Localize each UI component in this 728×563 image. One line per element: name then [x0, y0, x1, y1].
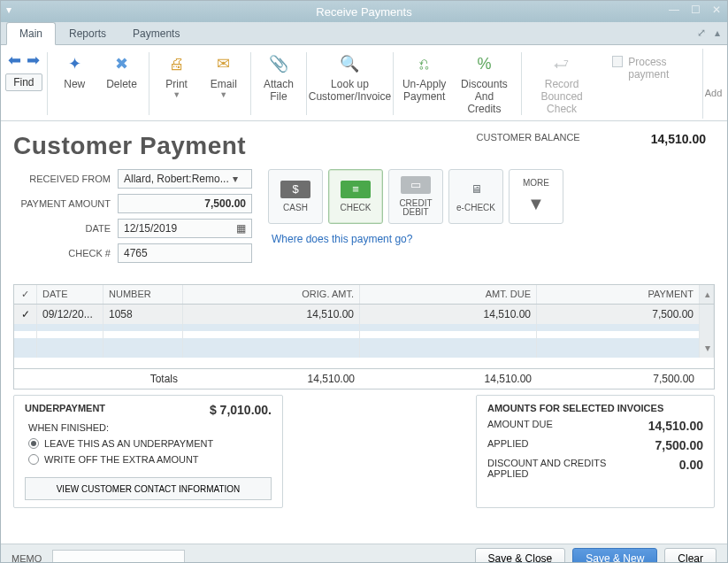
discounts-button[interactable]: % Discounts And Credits: [451, 49, 517, 119]
applied-value: 7,500.00: [655, 438, 704, 452]
chevron-down-icon: ▼: [172, 90, 180, 99]
table-row[interactable]: [14, 324, 714, 331]
window-menu-icon[interactable]: ▾: [6, 4, 11, 16]
selected-title: AMOUNTS FOR SELECTED INVOICES: [487, 403, 663, 413]
minimize-icon[interactable]: —: [667, 3, 681, 17]
title-bar: ▾ Receive Payments — ☐ ✕: [1, 1, 727, 22]
underpayment-amount: $ 7,010.00.: [210, 403, 272, 417]
record-bounced-button: ⮐ Record Bounced Check: [525, 49, 598, 119]
chevron-down-icon: ▾: [233, 173, 238, 185]
lookup-button[interactable]: 🔍 Look up Customer/Invoice: [310, 49, 389, 119]
radio-icon: [28, 438, 39, 449]
prev-arrow-icon[interactable]: ⬅: [8, 50, 21, 70]
delete-button[interactable]: ✖ Delete: [98, 49, 145, 119]
print-button[interactable]: 🖨 Print ▼: [153, 49, 200, 119]
opt-leave-underpayment[interactable]: LEAVE THIS AS AN UNDERPAYMENT: [28, 438, 272, 449]
tab-main[interactable]: Main: [6, 22, 56, 45]
radio-icon: [28, 454, 39, 465]
lookup-icon: 🔍: [338, 52, 361, 75]
delete-icon: ✖: [110, 52, 133, 75]
discount-icon: %: [472, 52, 495, 75]
ribbon-tabs: Main Reports Payments ⤢ ▴: [1, 22, 727, 45]
expand-icon[interactable]: ⤢: [697, 27, 706, 39]
col-orig-amt[interactable]: ORIG. AMT.: [183, 285, 360, 304]
opt-write-off[interactable]: WRITE OFF THE EXTRA AMOUNT: [28, 454, 272, 465]
echeck-icon: 🖥: [461, 181, 491, 198]
credit-card-icon: ▭: [401, 176, 431, 194]
email-button[interactable]: ✉ Email ▼: [200, 49, 247, 119]
pm-echeck[interactable]: 🖥 e-CHECK: [448, 169, 503, 224]
received-from-select[interactable]: Allard, Robert:Remo... ▾: [118, 169, 252, 189]
table-totals: Totals 14,510.00 14,510.00 7,500.00: [14, 368, 714, 389]
paperclip-icon: 📎: [267, 52, 290, 75]
calendar-icon[interactable]: ▦: [236, 222, 246, 235]
discount-label: DISCOUNT AND CREDITS APPLIED: [487, 458, 606, 479]
underpayment-title: UNDERPAYMENT: [25, 403, 105, 417]
save-new-button[interactable]: Save & New: [572, 548, 657, 564]
table-row[interactable]: ✓ 09/12/20... 1058 14,510.00 14,510.00 7…: [14, 305, 714, 324]
attach-file-button[interactable]: 📎 Attach File: [255, 49, 302, 119]
check-icon: ≡: [341, 181, 371, 198]
customer-balance-label: CUSTOMER BALANCE: [477, 132, 580, 146]
main-content: CUSTOMER BALANCE 14,510.00 Customer Paym…: [1, 121, 727, 544]
print-icon: 🖨: [165, 52, 188, 75]
email-icon: ✉: [212, 52, 235, 75]
new-button[interactable]: ✦ New: [51, 49, 98, 119]
view-contact-button[interactable]: VIEW CUSTOMER CONTACT INFORMATION: [25, 477, 272, 500]
col-number[interactable]: NUMBER: [103, 285, 183, 304]
pm-cash[interactable]: $ CASH: [268, 169, 323, 224]
chevron-down-icon: ▼: [219, 90, 227, 99]
add-time-button[interactable]: Add: [702, 49, 724, 119]
where-payment-link[interactable]: Where does this payment go?: [272, 233, 563, 245]
bounced-check-icon: ⮐: [550, 52, 573, 75]
unapply-icon: ⎌: [413, 52, 436, 75]
collapse-ribbon-icon[interactable]: ▴: [715, 27, 720, 39]
pm-check[interactable]: ≡ CHECK: [328, 169, 383, 224]
memo-label: MEMO: [11, 553, 42, 564]
process-payment-check[interactable]: Process payment: [612, 49, 702, 119]
pm-credit[interactable]: ▭ CREDIT DEBIT: [388, 169, 443, 224]
payment-amount-label: PAYMENT AMOUNT: [13, 198, 111, 209]
selected-invoices-panel: AMOUNTS FOR SELECTED INVOICES AMOUNT DUE…: [476, 395, 715, 508]
tab-reports[interactable]: Reports: [56, 22, 119, 44]
find-group: ⬅ ➡ Find: [4, 49, 43, 119]
col-payment[interactable]: PAYMENT: [537, 285, 700, 304]
footer: MEMO Save & Close Save & New Clear: [1, 544, 727, 563]
unapply-button[interactable]: ⎌ Un-Apply Payment: [397, 49, 451, 119]
clear-button[interactable]: Clear: [664, 548, 717, 564]
scroll-up-icon[interactable]: ▴: [700, 285, 714, 304]
table-header: ✓ DATE NUMBER ORIG. AMT. AMT. DUE PAYMEN…: [14, 285, 714, 305]
pm-more[interactable]: MORE ▼: [509, 169, 563, 224]
col-check[interactable]: ✓: [14, 285, 37, 304]
maximize-icon[interactable]: ☐: [688, 3, 702, 17]
table-row[interactable]: [14, 331, 714, 338]
underpayment-panel: UNDERPAYMENT $ 7,010.00. WHEN FINISHED: …: [13, 395, 283, 508]
date-label: DATE: [13, 223, 111, 234]
check-number-input[interactable]: 4765: [118, 243, 252, 263]
table-row[interactable]: ▾: [14, 338, 714, 358]
col-date[interactable]: DATE: [37, 285, 103, 304]
col-amt-due[interactable]: AMT. DUE: [360, 285, 537, 304]
tab-payments[interactable]: Payments: [119, 22, 193, 44]
chevron-down-icon: ▼: [527, 194, 545, 214]
find-button[interactable]: Find: [5, 73, 42, 91]
cash-icon: $: [280, 181, 310, 198]
payment-form: RECEIVED FROM Allard, Robert:Remo... ▾ P…: [13, 169, 252, 268]
save-close-button[interactable]: Save & Close: [475, 548, 566, 564]
amount-due-label: AMOUNT DUE: [487, 419, 553, 433]
amount-due-value: 14,510.00: [648, 419, 703, 433]
discount-value: 0.00: [679, 458, 703, 479]
scroll-down-icon[interactable]: ▾: [700, 338, 714, 358]
next-arrow-icon[interactable]: ➡: [27, 50, 40, 70]
memo-input[interactable]: [52, 550, 185, 564]
customer-balance-value: 14,510.00: [651, 132, 706, 146]
payment-amount-input[interactable]: 7,500.00: [118, 194, 252, 213]
date-input[interactable]: 12/15/2019 ▦: [118, 219, 252, 238]
invoice-table: ✓ DATE NUMBER ORIG. AMT. AMT. DUE PAYMEN…: [13, 284, 715, 389]
checkbox-icon: [612, 56, 623, 67]
payment-method-group: $ CASH ≡ CHECK ▭ CREDIT DEBIT 🖥 e-CHECK …: [268, 169, 563, 224]
new-icon: ✦: [63, 52, 86, 75]
close-icon[interactable]: ✕: [709, 3, 724, 17]
received-from-label: RECEIVED FROM: [13, 174, 111, 184]
check-label: CHECK #: [13, 248, 111, 258]
